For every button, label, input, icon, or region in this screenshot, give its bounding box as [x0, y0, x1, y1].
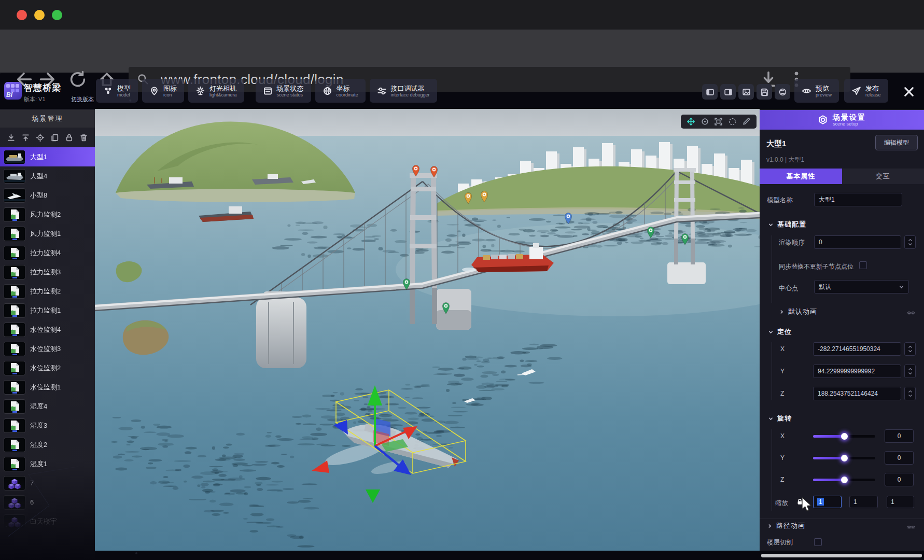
sidebar-tool-lock[interactable] — [65, 133, 74, 142]
save-button[interactable] — [757, 84, 772, 100]
scene-item-label: 拉力监测4 — [30, 248, 61, 258]
position-input-x[interactable]: -282.27146551950324 — [813, 342, 901, 356]
sidebar-tool-copy[interactable] — [50, 133, 59, 142]
rotation-slider-knob-y[interactable] — [841, 455, 848, 461]
viewport-3d-scene[interactable] — [95, 109, 760, 551]
release-button[interactable]: 发布release — [844, 79, 888, 103]
panel-scrollbar[interactable] — [761, 554, 922, 557]
edit-model-button[interactable]: 编辑模型 — [875, 135, 918, 150]
nav-button-light-camera[interactable]: 灯光相机light&camera — [188, 79, 244, 103]
model-version: v1.0.0 | 大型1 — [766, 156, 804, 164]
scene-item-2[interactable]: 小型8 — [0, 186, 95, 205]
nav-button-model[interactable]: 模型model — [96, 79, 138, 103]
scene-item-thumbnail — [4, 208, 25, 221]
scene-item-thumbnail — [4, 170, 25, 183]
preview-button[interactable]: 预览preview — [794, 79, 839, 103]
position-stepper-y[interactable] — [904, 365, 916, 378]
rotation-slider-knob-z[interactable] — [841, 477, 848, 483]
nav-button-icon[interactable]: 图标icon — [142, 79, 184, 103]
scene-item-5[interactable]: 拉力监测4 — [0, 243, 95, 262]
scene-item-3[interactable]: 风力监测2 — [0, 205, 95, 224]
panel-left-button[interactable] — [702, 84, 718, 100]
gizmo-tool-rotate[interactable] — [701, 117, 709, 126]
scale-input-1[interactable]: 1 — [849, 496, 878, 508]
panel-right-button[interactable] — [720, 84, 736, 100]
nav-label-en: icon — [163, 92, 177, 97]
section-rotation[interactable]: 旋转 — [768, 414, 792, 423]
nav-label-zh: 灯光相机 — [209, 85, 237, 92]
traffic-light-minimize[interactable] — [34, 10, 45, 20]
release-label-zh: 发布 — [865, 85, 881, 92]
section-position[interactable]: 定位 — [768, 327, 792, 337]
scene-item-18[interactable]: 6 — [0, 493, 95, 512]
traffic-light-close[interactable] — [17, 10, 27, 20]
scene-item-4[interactable]: 风力监测1 — [0, 224, 95, 243]
scale-input-2[interactable]: 1 — [887, 496, 914, 508]
position-stepper-x[interactable] — [904, 342, 916, 356]
scene-item-1[interactable]: 大型4 — [0, 166, 95, 186]
switch-version-link[interactable]: 切换版本 — [71, 95, 94, 103]
light-camera-icon — [195, 86, 205, 96]
rotation-slider-knob-x[interactable] — [841, 433, 848, 440]
nav-label-zh: 接口调试器 — [391, 85, 430, 92]
position-stepper-z[interactable] — [904, 387, 916, 400]
section-base-config[interactable]: 基础配置 — [768, 220, 806, 229]
scene-item-19[interactable]: 白天楼宇 — [0, 512, 95, 531]
sidebar-tool-export[interactable] — [21, 133, 30, 142]
section-default-animation[interactable]: 默认动画 — [779, 307, 817, 316]
scene-item-label: 风力监测1 — [30, 229, 61, 239]
section-path-animation[interactable]: 路径动画 — [767, 521, 805, 530]
center-point-select[interactable]: 默认 — [814, 280, 909, 293]
nav-button-scene-status[interactable]: 场景状态scene status — [256, 79, 311, 103]
scene-item-0[interactable]: 大型1 — [0, 147, 95, 166]
sync-replace-checkbox[interactable] — [859, 261, 867, 269]
scene-item-9[interactable]: 水位监测4 — [0, 320, 95, 339]
animation-icon — [907, 523, 915, 529]
rotation-value-z[interactable]: 0 — [885, 473, 914, 486]
position-input-z[interactable]: 188.25437521146424 — [813, 387, 901, 400]
chevron-right-icon — [779, 309, 785, 315]
browser-titlebar — [0, 0, 924, 30]
scene-item-17[interactable]: 7 — [0, 473, 95, 493]
nav-label-zh: 场景状态 — [277, 85, 304, 92]
tab-interaction[interactable]: 交互 — [842, 169, 924, 184]
sidebar-tool-locate[interactable] — [36, 133, 45, 142]
floor-cut-checkbox[interactable] — [814, 538, 822, 546]
panel-left-icon — [706, 88, 715, 96]
scene-item-14[interactable]: 湿度3 — [0, 416, 95, 435]
rotation-value-y[interactable]: 0 — [885, 451, 914, 465]
gizmo-tool-scale[interactable] — [714, 117, 723, 126]
traffic-light-maximize[interactable] — [52, 10, 62, 20]
scale-lock-icon[interactable] — [796, 498, 804, 506]
tab-basic-properties[interactable]: 基本属性 — [760, 169, 842, 184]
image-button[interactable] — [738, 84, 754, 100]
gizmo-tool-move[interactable] — [687, 117, 695, 126]
gizmo-tool-brush[interactable] — [742, 117, 751, 126]
position-input-y[interactable]: 94.22999999999992 — [813, 365, 901, 378]
scene-item-12[interactable]: 水位监测1 — [0, 377, 95, 397]
scene-item-7[interactable]: 拉力监测2 — [0, 282, 95, 301]
nav-button-interface-debugger[interactable]: 接口调试器interface debugger — [370, 79, 437, 103]
model-name-input[interactable]: 大型1 — [814, 193, 902, 206]
globe-button[interactable] — [775, 84, 790, 100]
scene-item-16[interactable]: 湿度1 — [0, 454, 95, 473]
scene-item-6[interactable]: 拉力监测3 — [0, 262, 95, 282]
render-order-input[interactable]: 0 — [814, 235, 901, 249]
scene-item-11[interactable]: 水位监测2 — [0, 358, 95, 377]
close-editor-button[interactable] — [902, 85, 916, 99]
render-order-stepper[interactable] — [904, 235, 916, 249]
scene-item-10[interactable]: 水位监测3 — [0, 339, 95, 358]
scene-item-13[interactable]: 湿度4 — [0, 397, 95, 416]
gizmo-tool-circle[interactable] — [728, 117, 737, 126]
sidebar-tool-trash[interactable] — [79, 133, 88, 142]
scene-item-thumbnail — [4, 150, 25, 164]
scene-item-label: 风力监测2 — [30, 210, 61, 219]
scene-item-label: 水位监测1 — [30, 383, 61, 392]
release-label-en: release — [865, 92, 881, 97]
scene-item-15[interactable]: 湿度2 — [0, 435, 95, 454]
scene-item-8[interactable]: 拉力监测1 — [0, 301, 95, 320]
rotation-value-x[interactable]: 0 — [885, 429, 914, 443]
nav-button-coordinate[interactable]: 坐标coordinate — [315, 79, 366, 103]
scale-input-0[interactable]: 1 — [813, 496, 842, 508]
sidebar-tool-import[interactable] — [7, 133, 16, 142]
